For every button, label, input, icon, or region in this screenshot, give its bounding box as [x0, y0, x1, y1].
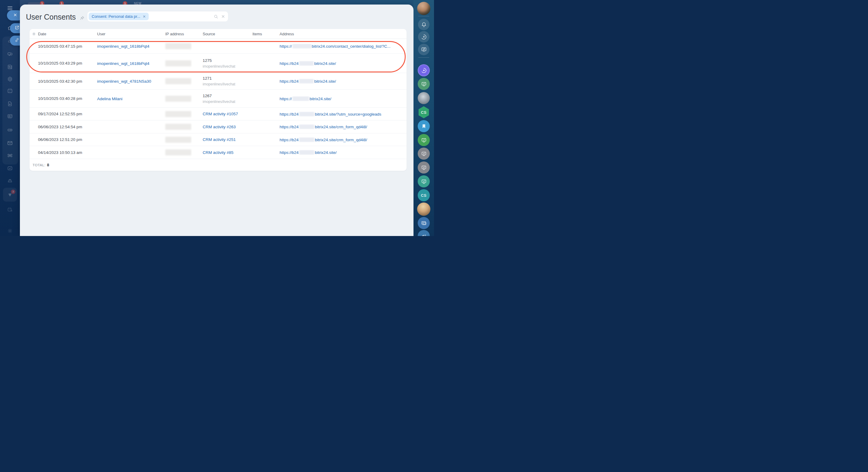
address-link[interactable]: https://b24bitrix24.site/crm_form_qd4i8/ — [280, 124, 407, 129]
chip-remove-icon[interactable]: ✕ — [143, 14, 146, 19]
search-filter-bar[interactable]: Consent: Personal data pr... ✕ ✕ — [88, 11, 228, 22]
user-link[interactable]: imopenlines_wgt_1618bPqt4 — [97, 61, 149, 66]
source-link[interactable]: CRM activity #1057 — [203, 112, 252, 116]
hexagon-icon[interactable] — [7, 76, 13, 82]
address-link[interactable]: https://b24bitrix24.site/ — [280, 150, 407, 155]
calendar-icon[interactable] — [7, 88, 13, 94]
gear-icon[interactable] — [7, 228, 13, 234]
close-icon — [13, 12, 18, 19]
external-link-icon — [14, 25, 20, 31]
chat-cs-hexagon[interactable]: CS — [418, 106, 430, 118]
url-redacted — [292, 44, 311, 49]
chat-bookmark[interactable] — [418, 120, 430, 132]
table-row: 10/10/2025 03:47:15 pmimopenlines_wgt_16… — [30, 39, 407, 53]
source-link[interactable]: CRM activity #263 — [203, 125, 252, 129]
profile-avatar[interactable] — [417, 2, 430, 15]
table-row: 04/14/2023 10:50:13 amCRM activity #85ht… — [30, 146, 407, 159]
address-link[interactable]: https://b24bitrix24.site/?utm_source=goo… — [280, 112, 407, 117]
task-icon[interactable] — [7, 166, 13, 171]
copilot-button[interactable] — [418, 31, 430, 42]
cell-source: 1275imopenlines/livechat — [203, 58, 252, 68]
cell-user: imopenlines_wgt_1618bPqt4 — [97, 61, 165, 66]
url-redacted — [292, 96, 309, 101]
screen: 111 NEW 3 User Consents Consent: Persona… — [0, 0, 434, 236]
filter-chip[interactable]: Consent: Personal data pr... ✕ — [89, 13, 149, 20]
address-link[interactable]: https://bitrix24.com/contact_center/dial… — [280, 44, 407, 49]
drive-icon[interactable] — [7, 127, 13, 133]
address-link[interactable]: https://b24bitrix24.site/ — [280, 79, 407, 84]
board-icon[interactable] — [7, 114, 13, 119]
page-title: User Consents — [26, 13, 76, 22]
user-link[interactable]: imopenlines_wgt_4781NSa30 — [97, 79, 151, 84]
chat-avatar-man[interactable] — [417, 203, 430, 216]
cell-date: 06/06/2023 12:51:20 pm — [38, 137, 97, 142]
megaphone-icon — [421, 233, 427, 236]
feed-icon[interactable] — [7, 64, 13, 70]
table-row: 10/10/2025 03:40:28 pmAdelina Milani1267… — [30, 89, 407, 108]
robot-icon[interactable] — [7, 178, 13, 184]
chat-channel-5[interactable] — [418, 175, 430, 187]
source-link[interactable]: CRM activity #251 — [203, 137, 252, 142]
chat-avatar-cat[interactable] — [418, 92, 430, 104]
calendar-lines-icon[interactable] — [7, 207, 13, 213]
ip-redacted — [165, 43, 191, 49]
hamburger-menu-icon[interactable] — [7, 6, 12, 10]
pin-icon[interactable] — [79, 15, 85, 21]
table-row: 10/10/2025 03:43:29 pmimopenlines_wgt_16… — [30, 53, 407, 73]
document-icon[interactable] — [7, 101, 13, 107]
sidebar-counter-badge: 3 — [11, 189, 16, 194]
ip-redacted — [165, 96, 191, 102]
cell-date: 09/17/2024 12:52:55 pm — [38, 112, 97, 116]
cell-ip — [165, 60, 203, 66]
source-link[interactable]: CRM activity #85 — [203, 150, 252, 155]
user-link[interactable]: Adelina Milani — [97, 96, 122, 101]
cell-ip — [165, 137, 203, 143]
table-row: 06/06/2023 12:51:20 pmCRM activity #251h… — [30, 133, 407, 146]
chat-channel-3[interactable] — [418, 148, 430, 160]
address-link[interactable]: https://b24bitrix24.site/crm_form_qd4i8/ — [280, 137, 407, 142]
user-consents-modal: User Consents Consent: Personal data pr.… — [20, 4, 413, 236]
cell-ip — [165, 124, 203, 130]
table-settings-gear-icon[interactable] — [30, 32, 38, 36]
user-link[interactable]: imopenlines_wgt_1618bPqt4 — [97, 44, 149, 49]
bell-icon — [421, 22, 427, 28]
chat-channel-4[interactable] — [418, 161, 430, 174]
contact-card-icon — [421, 220, 427, 226]
chat-contacts[interactable] — [418, 217, 430, 229]
source-id: 1267 — [203, 93, 252, 98]
hexagon-initials: CS — [421, 110, 427, 115]
ip-redacted — [165, 111, 191, 117]
cell-user: imopenlines_wgt_4781NSa30 — [97, 79, 165, 84]
chat-cs-circle[interactable]: CS — [418, 189, 430, 201]
ip-redacted — [165, 60, 191, 66]
cell-source: CRM activity #251 — [203, 137, 252, 142]
url-redacted — [299, 79, 314, 84]
ip-redacted — [165, 78, 191, 84]
chat-icon[interactable] — [7, 52, 13, 58]
cell-source: CRM activity #1057 — [203, 112, 252, 116]
address-link[interactable]: https://b24bitrix24.site/ — [280, 61, 407, 66]
search-icon[interactable] — [213, 14, 219, 19]
people-icon[interactable] — [7, 153, 13, 159]
url-redacted — [299, 112, 314, 117]
chat-channel-green[interactable] — [418, 78, 430, 90]
cell-date: 06/06/2023 12:54:54 pm — [38, 125, 97, 129]
sidebar-divider — [418, 57, 429, 58]
chat-announcement[interactable] — [418, 230, 430, 236]
total-label: TOTAL: — [33, 163, 45, 167]
mail-icon[interactable] — [7, 140, 13, 146]
address-link[interactable]: https://bitrix24.site/ — [280, 96, 407, 101]
chat-channel-2[interactable] — [418, 134, 430, 146]
link-icon — [14, 37, 20, 44]
chat-copilot[interactable] — [418, 64, 430, 76]
monitor-check-icon — [421, 81, 427, 87]
messenger-button[interactable] — [418, 44, 430, 55]
notifications-button[interactable] — [418, 19, 430, 30]
col-header-date: Date — [38, 32, 97, 36]
monitor-check-icon — [421, 137, 427, 143]
search-clear-icon[interactable]: ✕ — [221, 14, 225, 19]
total-value: 8 — [47, 163, 49, 167]
ip-redacted — [165, 124, 191, 130]
cell-ip — [165, 149, 203, 155]
cell-ip — [165, 78, 203, 84]
